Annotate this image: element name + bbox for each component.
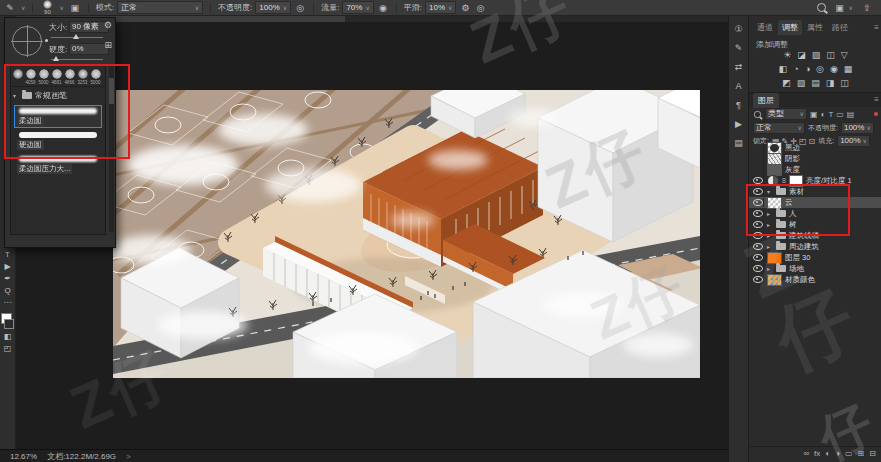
libraries-panel-icon[interactable]: ▤ (732, 138, 746, 148)
pressure-opacity-icon[interactable]: ◎ (294, 3, 306, 13)
filter-shape-icon[interactable]: ▭ (836, 110, 844, 119)
tab-通道[interactable]: 通道 (753, 20, 777, 35)
layer-row[interactable]: 云 (749, 197, 881, 208)
recent-brush[interactable]: 5000 (38, 69, 50, 85)
layer-row[interactable]: 图层 30 (749, 252, 881, 263)
group-expand-icon[interactable]: ▸ (767, 265, 773, 272)
invert-adjustment-icon[interactable]: ◩ (782, 78, 791, 88)
actions-panel-icon[interactable]: ▶ (732, 119, 746, 129)
layer-filter-search-icon[interactable] (754, 110, 761, 117)
background-color-swatch[interactable] (4, 319, 14, 329)
paragraph-panel-icon[interactable]: ¶ (732, 100, 746, 110)
brush-tool-icon[interactable]: ✎ (4, 3, 16, 13)
visibility-toggle[interactable] (752, 253, 764, 262)
brush-popup-gear-icon[interactable]: ⚙ (104, 20, 112, 30)
visibility-toggle[interactable] (752, 231, 764, 240)
visibility-toggle[interactable] (752, 165, 764, 174)
layer-row[interactable]: ▸树 (749, 219, 881, 230)
workspace-switcher[interactable]: ▣ ∨ (834, 3, 853, 13)
layer-row[interactable]: 灰度 (749, 164, 881, 175)
visibility-toggle[interactable] (752, 143, 764, 152)
layer-row[interactable]: ▸人 (749, 208, 881, 219)
type-tool-icon[interactable]: T (2, 250, 14, 259)
brightness-contrast-adjustment-icon[interactable]: ☀ (783, 50, 791, 60)
visibility-toggle[interactable] (752, 275, 764, 284)
quick-mask-icon[interactable]: ◧ (2, 332, 14, 341)
zoom-level[interactable]: 12.67% (10, 452, 37, 461)
mode-select[interactable]: 正常∨ (117, 1, 203, 14)
clone-source-panel-icon[interactable]: ⇄ (732, 62, 746, 72)
curves-adjustment-icon[interactable]: ▨ (812, 50, 821, 60)
filter-toggle-icon[interactable] (874, 112, 878, 116)
document-canvas[interactable] (113, 90, 700, 378)
vibrance-adjustment-icon[interactable]: ▽ (841, 50, 848, 60)
visibility-toggle[interactable] (752, 242, 764, 251)
group-expand-icon[interactable]: ▸ (767, 232, 773, 239)
recent-brush[interactable] (12, 69, 24, 85)
brush-preset-item[interactable]: 硬边圆 (14, 129, 102, 152)
toggle-brush-panel-icon[interactable]: ▣ (69, 3, 81, 13)
recent-brush[interactable]: 4866 (64, 69, 76, 85)
visibility-toggle[interactable] (752, 198, 764, 207)
gradient-map-adjustment-icon[interactable]: ◨ (826, 78, 835, 88)
folder-expand-icon[interactable]: ▾ (13, 92, 19, 99)
filter-type-icon[interactable]: T (828, 110, 833, 119)
visibility-toggle[interactable] (752, 209, 764, 218)
hue-saturation-adjustment-icon[interactable]: ◧ (779, 64, 788, 74)
brush-folder-row[interactable]: ▾ 常规画笔 (11, 87, 105, 104)
layer-thumbnail[interactable] (767, 252, 782, 264)
color-lookup-adjustment-icon[interactable]: ▦ (844, 64, 853, 74)
brush-preset-picker[interactable]: 90 (40, 0, 54, 15)
create-brush-icon[interactable]: ⊞ (104, 40, 112, 50)
brush-preset-item[interactable]: 柔边圆 (14, 105, 102, 128)
filter-smart-icon[interactable]: ▤ (847, 110, 855, 119)
filter-adjustment-icon[interactable]: ◐ (821, 110, 826, 119)
pressure-size-icon[interactable]: ◎ (474, 3, 486, 13)
airbrush-icon[interactable]: ◉ (377, 3, 389, 13)
layer-mask-thumbnail[interactable] (789, 175, 803, 187)
posterize-adjustment-icon[interactable]: ▧ (797, 78, 806, 88)
selective-color-adjustment-icon[interactable]: ◫ (840, 78, 849, 88)
photo-filter-adjustment-icon[interactable]: ◎ (816, 64, 824, 74)
layer-thumbnail[interactable] (767, 164, 782, 176)
delete-layer-icon[interactable]: ⊟ (869, 449, 876, 458)
zoom-tool-icon[interactable]: Q (2, 286, 14, 295)
new-group-icon[interactable]: ▭ (845, 449, 853, 458)
brush-hardness-slider[interactable] (51, 59, 103, 60)
layer-row[interactable]: ▸周边建筑 (749, 241, 881, 252)
share-icon[interactable]: ⇧ (861, 3, 873, 13)
brush-size-slider[interactable] (51, 37, 103, 38)
status-chevron-icon[interactable]: > (126, 452, 131, 461)
tab-属性[interactable]: 属性 (803, 20, 827, 35)
layer-row[interactable]: 阴影 (749, 153, 881, 164)
layer-row[interactable]: ▾素材 (749, 186, 881, 197)
recent-brush[interactable]: 4881 (51, 69, 63, 85)
layer-row[interactable]: 8亮度/对比度 1 (749, 175, 881, 186)
tool-preset-caret-icon[interactable]: ∨ (21, 4, 25, 11)
black-white-adjustment-icon[interactable]: ◑ (805, 64, 810, 74)
layer-row[interactable]: 材质颜色 (749, 274, 881, 285)
panel-menu-icon[interactable]: ≡ (874, 23, 879, 32)
color-balance-adjustment-icon[interactable]: ◔ (793, 64, 798, 74)
pen-tool-icon[interactable]: ✒ (2, 274, 14, 283)
layer-thumbnail[interactable] (767, 274, 782, 286)
smoothing-options-gear-icon[interactable]: ⚙ (459, 3, 471, 13)
layer-thumbnail[interactable] (767, 197, 782, 209)
new-layer-icon[interactable]: ⊞ (858, 449, 865, 458)
visibility-toggle[interactable] (752, 264, 764, 273)
brush-preset-item[interactable]: 柔边圆压力大... (14, 153, 102, 176)
link-layers-icon[interactable]: ∞ (803, 449, 809, 458)
group-expand-icon[interactable]: ▸ (767, 221, 773, 228)
levels-adjustment-icon[interactable]: ◪ (797, 50, 806, 60)
layer-row[interactable]: ▸建筑线稿 (749, 230, 881, 241)
blend-mode-select[interactable]: 正常∨ (753, 122, 805, 134)
layer-effects-icon[interactable]: fx (814, 449, 820, 458)
layer-row[interactable]: ▸场地 (749, 263, 881, 274)
filter-pixel-icon[interactable]: ▣ (810, 110, 818, 119)
brush-size-slider-thumb[interactable] (73, 34, 79, 39)
brush-hardness-value[interactable]: 0% (69, 43, 109, 55)
character-panel-icon[interactable]: A (732, 81, 746, 91)
brush-settings-panel-icon[interactable]: ✎ (732, 43, 746, 53)
layers-menu-icon[interactable]: ≡ (874, 95, 879, 104)
layer-mask-icon[interactable]: ◐ (825, 449, 830, 458)
